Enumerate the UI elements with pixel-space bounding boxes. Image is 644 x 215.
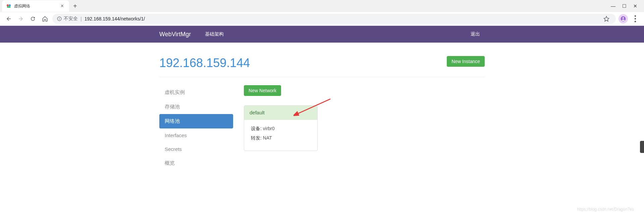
nav-infrastructure[interactable]: 基础架构 xyxy=(200,31,228,37)
nav-logout[interactable]: 退出 xyxy=(466,31,485,37)
new-instance-button[interactable]: New Instance xyxy=(447,56,485,67)
bookmark-button[interactable] xyxy=(602,14,611,23)
info-icon xyxy=(57,16,62,21)
page-title: 192.168.159.144 xyxy=(159,56,250,70)
network-panel-heading: default xyxy=(244,106,317,120)
insecure-badge: 不安全 xyxy=(57,16,78,22)
menu-button[interactable] xyxy=(631,14,640,23)
sidebar: 虚机实例 存储池 网络池 Interfaces Secrets 概览 xyxy=(159,85,233,170)
page-header: 192.168.159.144 New Instance xyxy=(159,56,485,77)
back-button[interactable] xyxy=(4,14,13,23)
close-icon[interactable]: × xyxy=(59,3,65,9)
device-label: 设备: xyxy=(251,126,262,131)
app-navbar: WebVirtMgr 基础架构 退出 xyxy=(0,26,644,43)
arrow-right-icon xyxy=(18,16,24,22)
url-bar[interactable]: 不安全 | 192.168.159.144/networks/1/ xyxy=(52,14,616,24)
reload-icon xyxy=(30,16,36,22)
address-bar: 不安全 | 192.168.159.144/networks/1/ xyxy=(0,12,644,25)
svg-point-10 xyxy=(635,21,636,22)
svg-point-0 xyxy=(7,4,9,6)
kebab-icon xyxy=(631,14,640,23)
insecure-label: 不安全 xyxy=(64,16,78,22)
network-panel-body: 设备: virbr0 转发: NAT xyxy=(244,120,317,151)
side-handle[interactable] xyxy=(640,141,644,153)
browser-tab[interactable]: 虚拟网络 × xyxy=(2,0,69,12)
forward-button[interactable] xyxy=(16,14,25,23)
profile-button[interactable] xyxy=(619,14,628,23)
sidebar-item-secrets[interactable]: Secrets xyxy=(159,142,233,156)
page-container: 192.168.159.144 New Instance 虚机实例 存储池 网络… xyxy=(159,43,485,170)
new-tab-button[interactable]: + xyxy=(69,2,81,10)
svg-point-1 xyxy=(9,4,11,6)
svg-point-8 xyxy=(635,15,636,17)
reload-button[interactable] xyxy=(28,14,38,23)
home-button[interactable] xyxy=(40,14,50,23)
svg-point-9 xyxy=(635,18,636,20)
device-value: virbr0 xyxy=(263,126,275,131)
content-area: New Network default 设备: virbr0 转发: NAT xyxy=(244,85,485,170)
new-network-button[interactable]: New Network xyxy=(244,85,281,96)
sidebar-item-interfaces[interactable]: Interfaces xyxy=(159,128,233,142)
sidebar-item-instances[interactable]: 虚机实例 xyxy=(159,85,233,100)
sidebar-item-overview[interactable]: 概览 xyxy=(159,156,233,170)
forward-value: NAT xyxy=(263,135,272,141)
url-separator: | xyxy=(80,16,82,21)
forward-label: 转发: xyxy=(251,135,262,141)
svg-rect-2 xyxy=(7,6,10,8)
svg-point-7 xyxy=(623,17,624,19)
sidebar-item-storage[interactable]: 存储池 xyxy=(159,100,233,114)
profile-icon xyxy=(620,16,626,22)
url-text: 192.168.159.144/networks/1/ xyxy=(85,16,145,21)
tab-title: 虚拟网络 xyxy=(14,3,59,9)
browser-chrome: 虚拟网络 × + — ☐ ✕ 不安全 | 192.168.159.14 xyxy=(0,0,644,26)
window-controls: — ☐ ✕ xyxy=(604,3,644,9)
maximize-icon[interactable]: ☐ xyxy=(622,3,627,9)
home-icon xyxy=(42,16,48,22)
network-panel[interactable]: default 设备: virbr0 转发: NAT xyxy=(244,105,318,151)
tab-bar: 虚拟网络 × + — ☐ ✕ xyxy=(0,0,644,12)
close-window-icon[interactable]: ✕ xyxy=(633,3,637,9)
tab-favicon-icon xyxy=(6,3,11,9)
minimize-icon[interactable]: — xyxy=(611,3,615,9)
brand-label[interactable]: WebVirtMgr xyxy=(159,31,191,38)
sidebar-item-network[interactable]: 网络池 xyxy=(159,114,233,128)
star-icon xyxy=(603,16,609,22)
arrow-left-icon xyxy=(6,16,12,22)
